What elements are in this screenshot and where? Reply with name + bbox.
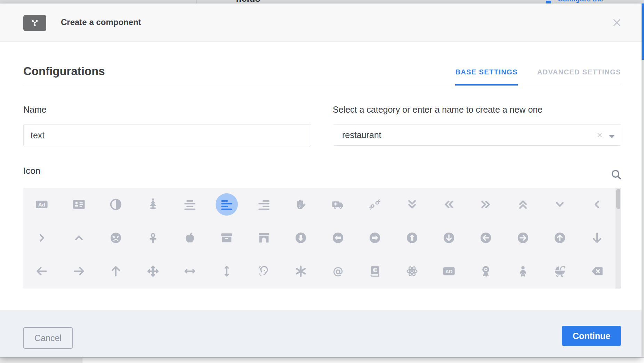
icon-ambulance[interactable] (327, 193, 349, 216)
icon-arrow-up[interactable] (105, 260, 127, 282)
create-component-modal: Create a component Configurations BASE S… (0, 3, 642, 357)
icon-picker-panel: Ad@AD (23, 188, 621, 289)
background-blue-panel-edge (642, 3, 644, 60)
background-page-top-strip: fields Configure the (0, 0, 644, 3)
icon-angry[interactable] (105, 227, 127, 249)
icon-arrow-right[interactable] (68, 260, 90, 282)
icon-at[interactable]: @ (327, 260, 349, 282)
icon-arrow-circle-up[interactable] (549, 227, 571, 249)
svg-text:@: @ (333, 265, 343, 277)
tab-base-settings[interactable]: BASE SETTINGS (455, 68, 517, 86)
icon-angle-double-left[interactable] (438, 193, 460, 216)
icon-arrow-alt-circle-down[interactable] (290, 227, 312, 249)
icon-adjust[interactable] (105, 193, 127, 216)
chevron-down-icon[interactable] (609, 134, 615, 137)
icon-baby-carriage[interactable] (549, 260, 571, 282)
icon-archive[interactable] (216, 227, 238, 249)
icon-angle-left[interactable] (586, 193, 608, 216)
scrollbar-track[interactable] (615, 188, 621, 289)
background-divider (196, 0, 197, 3)
icon-baby[interactable] (512, 260, 534, 282)
name-input[interactable] (23, 124, 311, 146)
icon-arrow-circle-down[interactable] (438, 227, 460, 249)
continue-button[interactable]: Continue (562, 326, 621, 346)
icon-arrows-alt[interactable] (142, 260, 164, 282)
category-selected-value: restaurant (342, 124, 381, 145)
name-label: Name (23, 105, 47, 115)
icon-allergies[interactable] (290, 193, 312, 216)
close-icon[interactable] (612, 18, 622, 27)
icon-arrow-down[interactable] (586, 227, 608, 249)
icon-arrow-circle-left[interactable] (475, 227, 497, 249)
icon-arrow-alt-circle-left[interactable] (327, 227, 349, 249)
background-link-icon (546, 1, 551, 3)
svg-text:Ad: Ad (38, 202, 45, 208)
icon-ankh[interactable] (142, 227, 164, 249)
tab-advanced-settings[interactable]: ADVANCED SETTINGS (537, 68, 621, 86)
icon-atom[interactable] (401, 260, 423, 282)
background-sidebar-edge (0, 358, 82, 363)
icon-grid: Ad@AD (23, 188, 615, 289)
icon-atlas[interactable] (364, 260, 386, 282)
settings-tabs: BASE SETTINGS ADVANCED SETTINGS (455, 68, 621, 86)
icon-award[interactable] (475, 260, 497, 282)
icon-air-freshener[interactable] (142, 193, 164, 216)
cancel-button[interactable]: Cancel (23, 327, 73, 349)
icon-ad[interactable]: Ad (31, 193, 53, 216)
background-link-fragment: Configure the (558, 0, 603, 3)
icon-arrow-circle-right[interactable] (512, 227, 534, 249)
modal-footer: Cancel Continue (0, 310, 642, 357)
modal-header: Create a component (0, 3, 642, 42)
category-label: Select a category or enter a name to cre… (333, 105, 542, 115)
background-page-right-strip (642, 3, 644, 357)
icon-american-sign-language-interpreting[interactable] (364, 193, 386, 216)
icon-align-left[interactable] (216, 193, 238, 216)
scrollbar-thumb[interactable] (616, 189, 620, 209)
svg-text:AD: AD (445, 269, 453, 274)
icon-backspace[interactable] (586, 260, 608, 282)
clear-selection-icon[interactable] (597, 132, 603, 138)
icon-address-card[interactable] (68, 193, 90, 216)
icon-assistive-listening-systems[interactable] (253, 260, 275, 282)
icon-angle-double-down[interactable] (401, 193, 423, 216)
modal-title: Create a component (61, 3, 141, 42)
background-page-bottom-strip (0, 357, 644, 363)
component-branch-icon (23, 15, 46, 31)
icon-angle-up[interactable] (68, 227, 90, 249)
icon-audio-description[interactable]: AD (438, 260, 460, 282)
icon-angle-down[interactable] (549, 193, 571, 216)
icon-arrows-alt-v[interactable] (216, 260, 238, 282)
background-text-fragment: fields (236, 0, 260, 3)
icon-arrow-alt-circle-right[interactable] (364, 227, 386, 249)
icon-apple-alt[interactable] (179, 227, 201, 249)
icon-archway[interactable] (253, 227, 275, 249)
icon-align-right[interactable] (253, 193, 275, 216)
search-icon[interactable] (611, 169, 622, 180)
page-title: Configurations (23, 65, 105, 78)
icon-arrow-alt-circle-up[interactable] (401, 227, 423, 249)
icon-angle-double-up[interactable] (512, 193, 534, 216)
icon-arrows-alt-h[interactable] (179, 260, 201, 282)
icon-angle-right[interactable] (31, 227, 53, 249)
icon-label: Icon (23, 166, 40, 176)
icon-align-center[interactable] (179, 193, 201, 216)
icon-arrow-left[interactable] (31, 260, 53, 282)
icon-angle-double-right[interactable] (475, 193, 497, 216)
icon-asterisk[interactable] (290, 260, 312, 282)
category-select[interactable]: restaurant (333, 124, 621, 146)
tabs-divider (23, 86, 621, 86)
